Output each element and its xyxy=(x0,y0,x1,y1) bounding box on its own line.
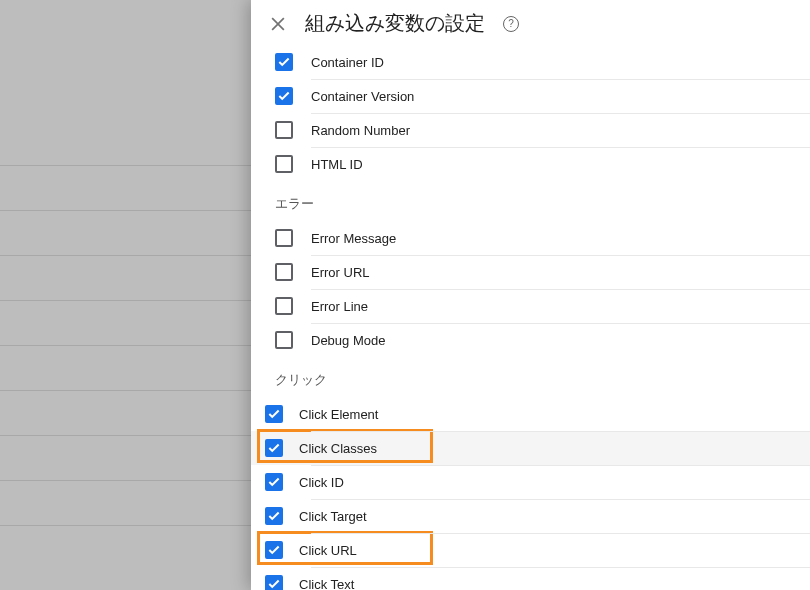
builtin-variables-panel: 組み込み変数の設定 ? Container IDContainer Versio… xyxy=(251,0,810,590)
panel-header: 組み込み変数の設定 ? xyxy=(251,0,810,45)
panel-body: Container IDContainer VersionRandom Numb… xyxy=(251,45,810,590)
checkbox-error-0[interactable] xyxy=(275,229,293,247)
option-row-container-0[interactable]: Container ID xyxy=(251,45,810,79)
checkbox-click-5[interactable] xyxy=(265,575,283,590)
checkbox-container-2[interactable] xyxy=(275,121,293,139)
checkbox-click-2[interactable] xyxy=(265,473,283,491)
option-row-click-2[interactable]: Click ID xyxy=(251,465,810,499)
checkbox-click-0[interactable] xyxy=(265,405,283,423)
section-container: Container IDContainer VersionRandom Numb… xyxy=(251,45,810,181)
checkbox-error-2[interactable] xyxy=(275,297,293,315)
checkbox-container-0[interactable] xyxy=(275,53,293,71)
option-row-container-1[interactable]: Container Version xyxy=(251,79,810,113)
close-icon[interactable] xyxy=(265,11,291,37)
option-row-click-0[interactable]: Click Element xyxy=(251,397,810,431)
option-label: Error Message xyxy=(311,231,396,246)
option-row-click-3[interactable]: Click Target xyxy=(251,499,810,533)
option-label: Debug Mode xyxy=(311,333,385,348)
checkbox-container-3[interactable] xyxy=(275,155,293,173)
option-row-click-5[interactable]: Click Text xyxy=(251,567,810,590)
option-label: Click Classes xyxy=(299,441,377,456)
option-label: Click ID xyxy=(299,475,344,490)
checkbox-container-1[interactable] xyxy=(275,87,293,105)
option-row-error-2[interactable]: Error Line xyxy=(251,289,810,323)
checkbox-click-1[interactable] xyxy=(265,439,283,457)
option-row-error-1[interactable]: Error URL xyxy=(251,255,810,289)
section-label-click: クリック xyxy=(251,357,810,397)
checkbox-error-3[interactable] xyxy=(275,331,293,349)
checkbox-error-1[interactable] xyxy=(275,263,293,281)
option-label: Random Number xyxy=(311,123,410,138)
option-label: Container ID xyxy=(311,55,384,70)
checkbox-click-3[interactable] xyxy=(265,507,283,525)
panel-title: 組み込み変数の設定 xyxy=(305,10,485,37)
option-row-error-0[interactable]: Error Message xyxy=(251,221,810,255)
option-label: Container Version xyxy=(311,89,414,104)
option-row-container-3[interactable]: HTML ID xyxy=(251,147,810,181)
help-icon[interactable]: ? xyxy=(503,16,519,32)
section-error: Error MessageError URLError LineDebug Mo… xyxy=(251,221,810,357)
checkbox-click-4[interactable] xyxy=(265,541,283,559)
option-row-container-2[interactable]: Random Number xyxy=(251,113,810,147)
option-label: Click URL xyxy=(299,543,357,558)
option-label: Click Text xyxy=(299,577,354,591)
option-label: Click Target xyxy=(299,509,367,524)
section-click: Click ElementClick ClassesClick IDClick … xyxy=(251,397,810,590)
option-label: HTML ID xyxy=(311,157,363,172)
option-row-click-1[interactable]: Click Classes xyxy=(251,431,810,465)
section-label-error: エラー xyxy=(251,181,810,221)
option-row-error-3[interactable]: Debug Mode xyxy=(251,323,810,357)
option-row-click-4[interactable]: Click URL xyxy=(251,533,810,567)
option-label: Click Element xyxy=(299,407,378,422)
option-label: Error Line xyxy=(311,299,368,314)
option-label: Error URL xyxy=(311,265,370,280)
